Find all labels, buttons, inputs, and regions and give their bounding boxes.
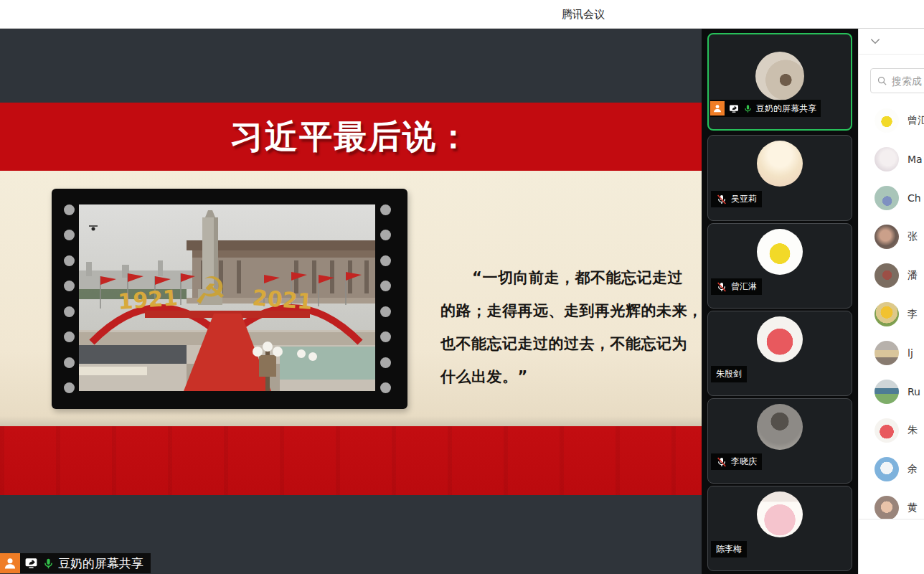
shared-screen-stage: 习近平最后说： bbox=[0, 29, 702, 574]
member-name: 黄 bbox=[908, 502, 918, 514]
screen-share-icon bbox=[728, 103, 740, 114]
film-perforations-right bbox=[380, 204, 392, 393]
avatar bbox=[874, 186, 899, 210]
quote-line: 的路；走得再远、走到再光辉的未来， bbox=[440, 294, 700, 327]
member-name: 曾汇 bbox=[908, 114, 924, 127]
slide-heading: 习近平最后说： bbox=[230, 115, 471, 159]
participant-name: 豆奶的屏幕共享 bbox=[756, 103, 816, 115]
video-tile[interactable]: 陈李梅 bbox=[707, 486, 852, 571]
quote-line: “一切向前走，都不能忘记走过 bbox=[440, 261, 700, 294]
panel-bottom-area bbox=[859, 519, 924, 574]
video-tile[interactable]: 吴亚莉 bbox=[707, 135, 852, 221]
avatar bbox=[757, 404, 803, 450]
person-icon bbox=[0, 553, 20, 573]
participant-name: 朱殷剑 bbox=[716, 368, 742, 380]
slide-title-banner: 习近平最后说： bbox=[0, 103, 702, 171]
avatar bbox=[874, 496, 899, 519]
year-1921: 1921 bbox=[117, 285, 179, 314]
avatar bbox=[874, 341, 899, 365]
avatar bbox=[757, 229, 803, 275]
avatar bbox=[757, 141, 803, 187]
member-row[interactable]: 张 bbox=[859, 217, 924, 256]
member-row[interactable]: 黄 bbox=[859, 489, 924, 519]
mic-on-icon bbox=[743, 103, 753, 114]
member-row[interactable]: Ru bbox=[859, 372, 924, 411]
chevron-down-icon[interactable] bbox=[869, 37, 882, 47]
member-list-panel: 曾汇 Ma Ch 张 潘 李 bbox=[858, 29, 924, 574]
slide-quote: “一切向前走，都不能忘记走过 的路；走得再远、走到再光辉的未来， 也不能忘记走过… bbox=[440, 261, 700, 393]
avatar bbox=[874, 108, 899, 133]
film-strip-frame: ☭ 1921 2021 bbox=[52, 189, 407, 409]
search-icon bbox=[877, 75, 887, 86]
member-name: 李 bbox=[908, 308, 918, 321]
participant-name: 李晓庆 bbox=[731, 456, 757, 468]
member-row[interactable]: 曾汇 bbox=[859, 101, 924, 140]
video-thumbnail-strip: 豆奶的屏幕共享 吴亚莉 bbox=[702, 29, 858, 574]
member-row[interactable]: 余 bbox=[859, 450, 924, 489]
panel-divider bbox=[859, 54, 924, 55]
member-name: 朱 bbox=[908, 424, 918, 437]
participant-name: 曾汇淋 bbox=[731, 281, 757, 293]
avatar bbox=[874, 457, 899, 481]
member-search-box[interactable] bbox=[870, 68, 924, 93]
member-name: 张 bbox=[908, 230, 918, 243]
quote-line: 也不能忘记走过的过去，不能忘记为 bbox=[440, 327, 700, 360]
video-tile[interactable]: 李晓庆 bbox=[707, 398, 852, 484]
member-list: 曾汇 Ma Ch 张 潘 李 bbox=[859, 101, 924, 519]
avatar bbox=[874, 147, 899, 171]
meeting-window: 腾讯会议 习近平最后说： bbox=[0, 0, 924, 574]
member-name: Ma bbox=[908, 154, 923, 165]
avatar bbox=[874, 263, 899, 288]
tiananmen-celebration-photo: ☭ 1921 2021 bbox=[79, 204, 375, 391]
title-bar: 腾讯会议 bbox=[0, 0, 924, 29]
video-tile[interactable]: 曾汇淋 bbox=[707, 223, 852, 309]
screen-share-label: 豆奶的屏幕共享 bbox=[58, 555, 143, 572]
quote-line: 什么出发。” bbox=[440, 360, 700, 393]
person-icon bbox=[710, 101, 725, 116]
search-input[interactable] bbox=[892, 75, 924, 87]
screen-share-indicator: 豆奶的屏幕共享 bbox=[0, 553, 151, 573]
mic-muted-icon bbox=[716, 456, 727, 468]
member-row[interactable]: 朱 bbox=[859, 411, 924, 450]
avatar bbox=[755, 52, 804, 100]
screen-share-icon bbox=[24, 556, 39, 570]
member-row[interactable]: 潘 bbox=[859, 256, 924, 295]
avatar bbox=[874, 225, 899, 249]
mic-on-icon bbox=[42, 557, 55, 570]
member-row[interactable]: Ma bbox=[859, 140, 924, 179]
member-name: 潘 bbox=[908, 269, 918, 282]
member-name: Ru bbox=[908, 386, 920, 397]
mic-muted-icon bbox=[716, 194, 727, 205]
member-row[interactable]: lj bbox=[859, 334, 924, 372]
mic-muted-icon bbox=[716, 281, 727, 293]
slide-footer-band bbox=[0, 426, 702, 495]
avatar bbox=[874, 418, 899, 443]
film-perforations-left bbox=[64, 204, 75, 393]
participant-name: 陈李梅 bbox=[716, 543, 742, 555]
avatar bbox=[757, 491, 803, 537]
video-tile-sharer[interactable]: 豆奶的屏幕共享 bbox=[707, 33, 852, 131]
member-row[interactable]: Ch bbox=[859, 179, 924, 217]
member-row[interactable]: 李 bbox=[859, 295, 924, 334]
party-emblem-icon: ☭ bbox=[194, 269, 227, 312]
video-tile[interactable]: 朱殷剑 bbox=[707, 311, 852, 396]
participant-name: 吴亚莉 bbox=[731, 193, 757, 205]
year-2021: 2021 bbox=[252, 285, 314, 314]
avatar bbox=[874, 380, 899, 404]
member-name: Ch bbox=[908, 192, 921, 204]
avatar bbox=[874, 302, 899, 326]
member-name: 余 bbox=[908, 463, 918, 476]
avatar bbox=[757, 316, 803, 362]
member-name: lj bbox=[908, 347, 913, 359]
app-title: 腾讯会议 bbox=[562, 7, 605, 21]
slide-body: ☭ 1921 2021 bbox=[0, 171, 702, 426]
